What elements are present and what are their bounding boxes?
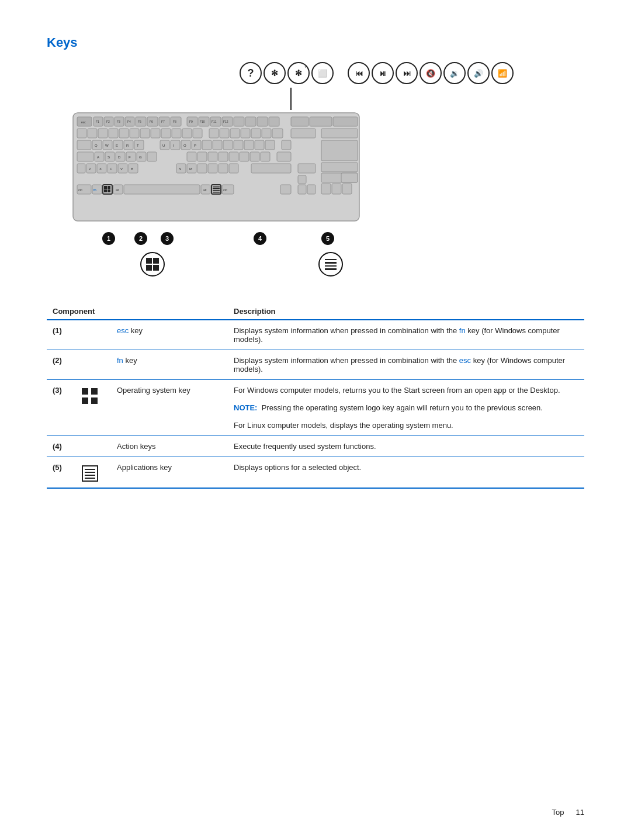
svg-rect-104 (307, 185, 316, 194)
page-number: 11 (576, 808, 584, 817)
svg-rect-106 (332, 184, 341, 194)
svg-rect-47 (134, 140, 144, 150)
svg-rect-30 (172, 129, 181, 138)
svg-rect-89 (219, 164, 228, 173)
row-num: (5) (47, 457, 76, 489)
svg-rect-148 (104, 186, 107, 189)
callout-3: 3 (161, 232, 174, 245)
row-description: Displays system information when pressed… (228, 320, 584, 350)
svg-rect-90 (229, 164, 238, 173)
brightness-up-icon: ✻ + (287, 62, 310, 84)
svg-rect-88 (208, 164, 217, 173)
svg-rect-37 (251, 129, 261, 138)
page-title: Keys (47, 35, 584, 50)
svg-rect-28 (151, 129, 160, 138)
svg-rect-151 (108, 189, 110, 192)
svg-rect-70 (208, 152, 217, 161)
table-row: (5) Applications key Displays options fo… (47, 457, 584, 489)
svg-text:F9: F9 (189, 120, 193, 123)
svg-rect-102 (298, 175, 306, 184)
svg-rect-22 (88, 129, 97, 138)
svg-rect-68 (187, 152, 196, 161)
callout-bottom-icons (70, 251, 432, 286)
svg-rect-65 (126, 152, 136, 161)
svg-rect-80 (86, 164, 96, 173)
svg-rect-71 (219, 152, 228, 161)
keyboard-section: ? ✻ ✻ + ⬜ ⏮ ⏯ ⏭ 🔇 (47, 62, 584, 286)
svg-rect-60 (321, 140, 358, 161)
svg-rect-154 (213, 190, 220, 191)
svg-rect-33 (209, 129, 219, 138)
svg-rect-14 (234, 117, 244, 126)
svg-text:T: T (137, 144, 139, 147)
svg-text:ctrl: ctrl (78, 188, 82, 192)
table-row: (4) Action keys Execute frequently used … (47, 436, 584, 457)
row-component: Applications key (111, 457, 228, 489)
svg-text:F11: F11 (212, 120, 217, 123)
svg-rect-105 (321, 184, 331, 194)
svg-rect-91 (251, 164, 291, 173)
svg-rect-31 (182, 129, 192, 138)
svg-text:Q: Q (95, 144, 98, 147)
svg-rect-21 (77, 129, 86, 138)
svg-text:C: C (110, 167, 113, 171)
row-icon-windows (76, 380, 111, 436)
callout-2: 2 (134, 232, 147, 245)
svg-text:F: F (129, 155, 131, 159)
svg-text:S: S (108, 155, 110, 159)
svg-rect-34 (220, 129, 229, 138)
svg-text:F12: F12 (223, 120, 228, 123)
svg-rect-26 (130, 129, 139, 138)
svg-text:R: R (126, 144, 129, 147)
row-component: Action keys (111, 436, 228, 457)
svg-rect-36 (241, 129, 250, 138)
svg-rect-52 (202, 140, 212, 150)
svg-rect-76 (277, 152, 291, 161)
wireless-icon: 📶 (491, 62, 514, 84)
row-icon-empty (76, 350, 111, 380)
svg-rect-75 (261, 152, 270, 161)
svg-text:fn: fn (93, 188, 96, 192)
svg-rect-15 (245, 117, 256, 126)
svg-text:alt: alt (116, 188, 119, 192)
svg-text:O: O (183, 144, 186, 147)
svg-rect-25 (119, 129, 129, 138)
windows-key-icon (140, 252, 165, 276)
svg-rect-92 (298, 164, 316, 173)
action-icons-row: ? ✻ ✻ + ⬜ ⏮ ⏯ ⏭ 🔇 (240, 62, 514, 84)
svg-rect-55 (234, 140, 243, 150)
svg-rect-58 (265, 140, 275, 150)
play-pause-icon: ⏯ (372, 62, 394, 84)
svg-rect-24 (109, 129, 118, 138)
svg-rect-72 (229, 152, 238, 161)
svg-text:N: N (179, 167, 181, 171)
svg-rect-53 (213, 140, 222, 150)
table-row: (2) fn key Displays system information w… (47, 350, 584, 380)
svg-rect-49 (171, 140, 180, 150)
row-num: (1) (47, 320, 76, 350)
svg-rect-79 (77, 164, 85, 173)
svg-rect-35 (230, 129, 240, 138)
callout-4: 4 (254, 232, 266, 245)
svg-rect-17 (269, 117, 279, 126)
svg-rect-149 (108, 186, 110, 189)
applications-key-icon (318, 252, 343, 276)
svg-rect-87 (197, 164, 207, 173)
svg-text:E: E (116, 144, 118, 147)
svg-rect-16 (257, 117, 268, 126)
volume-mute-icon: 🔇 (419, 62, 442, 84)
svg-rect-29 (161, 129, 171, 138)
connector-line (290, 88, 292, 110)
row-icon-empty (76, 320, 111, 350)
svg-rect-39 (272, 129, 283, 138)
svg-text:F10: F10 (200, 120, 205, 123)
row-description: Displays options for a selected object. (228, 457, 584, 489)
col-header-description: Description (228, 303, 584, 320)
svg-text:G: G (139, 155, 142, 159)
svg-rect-38 (262, 129, 271, 138)
svg-rect-107 (342, 184, 352, 194)
row-description: Displays system information when pressed… (228, 350, 584, 380)
row-num: (2) (47, 350, 76, 380)
callout-5: 5 (321, 232, 334, 245)
table-row: (1) esc key Displays system information … (47, 320, 584, 350)
